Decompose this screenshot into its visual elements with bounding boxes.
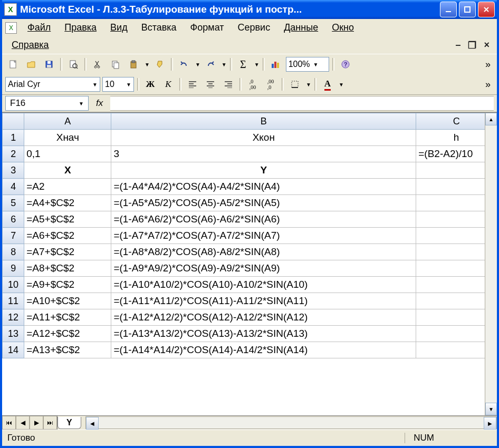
save-icon[interactable]: [41, 56, 57, 72]
menu-view[interactable]: Вид: [104, 20, 134, 35]
cell[interactable]: =A10+$C$2: [24, 293, 111, 309]
cell[interactable]: =(1-A6*A6/2)*COS(A6)-A6/2*SIN(A6): [111, 211, 416, 228]
cell[interactable]: Хнач: [24, 130, 111, 146]
align-left-button[interactable]: [185, 76, 200, 92]
align-right-button[interactable]: [220, 76, 236, 92]
cell[interactable]: =A12+$C$2: [24, 326, 111, 342]
scroll-down-button[interactable]: ▼: [485, 403, 497, 415]
close-button[interactable]: [478, 2, 495, 17]
cell[interactable]: =A9+$C$2: [24, 277, 111, 293]
new-icon[interactable]: [5, 56, 21, 72]
row-header[interactable]: 4: [3, 179, 24, 195]
spreadsheet-grid[interactable]: A B C 1ХначХконh20,13=(B2-A2)/103XY4=A2=…: [2, 113, 497, 358]
col-header-A[interactable]: A: [24, 113, 111, 130]
increase-decimal-button[interactable]: ,0,00: [245, 76, 261, 92]
cell[interactable]: =(1-A9*A9/2)*COS(A9)-A9/2*SIN(A9): [111, 260, 416, 277]
menu-help[interactable]: Справка: [5, 37, 55, 53]
tab-first-button[interactable]: ⏮: [2, 416, 16, 430]
doc-close-button[interactable]: ×: [484, 40, 490, 51]
cell[interactable]: =(1-A7*A7/2)*COS(A7)-A7/2*SIN(A7): [111, 228, 416, 244]
font-color-button[interactable]: А: [320, 76, 335, 92]
cell[interactable]: =A7+$C$2: [24, 244, 111, 260]
row-header[interactable]: 9: [3, 260, 24, 277]
row-header[interactable]: 2: [3, 146, 24, 162]
cell[interactable]: =(1-A5*A5/2)*COS(A5)-A5/2*SIN(A5): [111, 195, 416, 211]
print-preview-icon[interactable]: [65, 56, 81, 72]
row-header[interactable]: 6: [3, 211, 24, 228]
cell[interactable]: 0,1: [24, 146, 111, 162]
cell[interactable]: =A2: [24, 179, 111, 195]
cell[interactable]: =(1-A10*A10/2)*COS(A10)-A10/2*SIN(A10): [111, 277, 416, 293]
horizontal-scrollbar[interactable]: ◀ ▶: [85, 416, 497, 429]
row-header[interactable]: 10: [3, 277, 24, 293]
row-header[interactable]: 3: [3, 162, 24, 179]
vertical-scrollbar[interactable]: ▲ ▼: [485, 113, 497, 415]
scroll-up-button[interactable]: ▲: [485, 113, 497, 125]
minimize-button[interactable]: [440, 2, 457, 17]
formula-input[interactable]: [110, 96, 494, 111]
toolbar-options-icon[interactable]: »: [482, 79, 494, 90]
redo-icon[interactable]: [203, 56, 218, 72]
cell[interactable]: =(1-A13*A13/2)*COS(A13)-A13/2*SIN(A13): [111, 326, 416, 342]
menu-data[interactable]: Данные: [277, 20, 324, 35]
row-header[interactable]: 13: [3, 326, 24, 342]
cell[interactable]: =(1-A14*A14/2)*COS(A14)-A14/2*SIN(A14): [111, 342, 416, 358]
menu-insert[interactable]: Вставка: [135, 20, 183, 35]
menu-window[interactable]: Окно: [325, 20, 360, 35]
name-box[interactable]: F16 ▼: [5, 96, 89, 111]
menu-format[interactable]: Формат: [184, 20, 231, 35]
fx-button[interactable]: fx: [91, 98, 108, 109]
select-all-corner[interactable]: [3, 113, 24, 130]
font-combo[interactable]: Arial Cyr ▼: [5, 77, 100, 92]
chart-wizard-icon[interactable]: [268, 56, 284, 72]
font-color-dropdown[interactable]: ▼: [339, 82, 344, 87]
row-header[interactable]: 1: [3, 130, 24, 146]
row-header[interactable]: 8: [3, 244, 24, 260]
cell[interactable]: =(1-A4*A4/2)*COS(A4)-A4/2*SIN(A4): [111, 179, 416, 195]
cell[interactable]: =A6+$C$2: [24, 228, 111, 244]
scroll-left-button[interactable]: ◀: [86, 417, 99, 430]
cell[interactable]: =A5+$C$2: [24, 211, 111, 228]
undo-dropdown[interactable]: ▼: [195, 62, 200, 67]
cell[interactable]: =(1-A11*A11/2)*COS(A11)-A11/2*SIN(A11): [111, 293, 416, 309]
cell[interactable]: =(1-A8*A8/2)*COS(A8)-A8/2*SIN(A8): [111, 244, 416, 260]
row-header[interactable]: 7: [3, 228, 24, 244]
toolbar-options-icon[interactable]: »: [482, 59, 494, 70]
copy-icon[interactable]: [108, 56, 123, 72]
cut-icon[interactable]: [90, 56, 105, 72]
tab-prev-button[interactable]: ◀: [16, 416, 30, 430]
cell[interactable]: X: [24, 162, 111, 179]
cell[interactable]: =A11+$C$2: [24, 309, 111, 326]
autosum-icon[interactable]: Σ: [235, 56, 251, 72]
menu-tools[interactable]: Сервис: [232, 20, 277, 35]
doc-restore-button[interactable]: ❐: [468, 40, 476, 51]
row-header[interactable]: 11: [3, 293, 24, 309]
font-size-combo[interactable]: 10 ▼: [102, 77, 134, 92]
bold-button[interactable]: Ж: [142, 76, 158, 92]
paste-dropdown[interactable]: ▼: [145, 62, 150, 67]
align-center-button[interactable]: [203, 76, 218, 92]
borders-button[interactable]: [287, 76, 303, 92]
cell[interactable]: =A13+$C$2: [24, 342, 111, 358]
zoom-combo[interactable]: 100% ▼: [286, 57, 329, 72]
format-painter-icon[interactable]: [152, 56, 168, 72]
row-header[interactable]: 12: [3, 309, 24, 326]
workbook-icon[interactable]: X: [5, 22, 17, 34]
undo-icon[interactable]: [176, 56, 192, 72]
maximize-button[interactable]: [459, 2, 476, 17]
scroll-track[interactable]: [485, 125, 497, 403]
autosum-dropdown[interactable]: ▼: [254, 62, 260, 67]
decrease-decimal-button[interactable]: ,00,0: [263, 76, 279, 92]
cell[interactable]: =(1-A12*A12/2)*COS(A12)-A12/2*SIN(A12): [111, 309, 416, 326]
menu-file[interactable]: Файл: [21, 20, 57, 35]
sheet-tab-active[interactable]: Y: [57, 417, 81, 429]
help-icon[interactable]: ?: [338, 56, 353, 72]
doc-minimize-button[interactable]: –: [455, 40, 460, 51]
row-header[interactable]: 5: [3, 195, 24, 211]
scroll-track[interactable]: [99, 417, 484, 428]
menu-edit[interactable]: Правка: [58, 20, 103, 35]
tab-last-button[interactable]: ⏭: [43, 416, 57, 430]
cell[interactable]: Y: [111, 162, 416, 179]
redo-dropdown[interactable]: ▼: [222, 62, 227, 67]
borders-dropdown[interactable]: ▼: [306, 82, 311, 87]
